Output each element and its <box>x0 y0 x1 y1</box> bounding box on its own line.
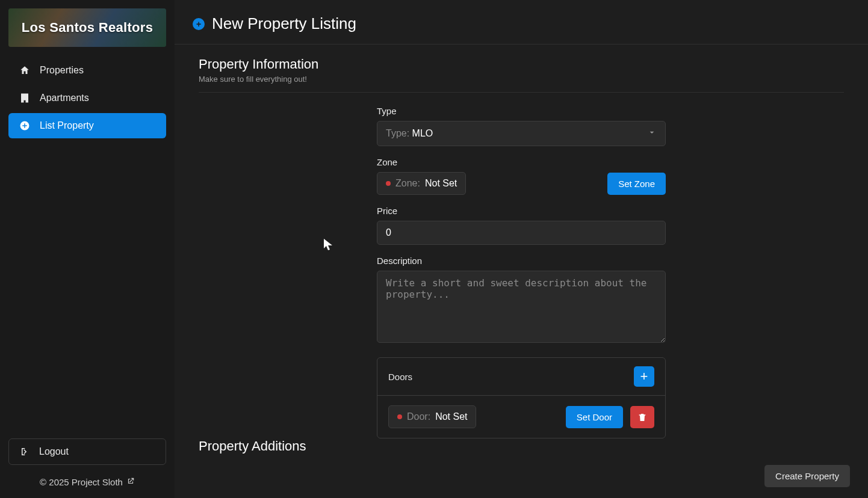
type-prefix: Type: <box>386 128 409 138</box>
brand-banner: Los Santos Realtors <box>8 8 166 47</box>
sidebar: Los Santos Realtors Properties Apartment… <box>0 0 175 498</box>
zone-value: Not Set <box>425 178 457 189</box>
delete-door-button[interactable] <box>630 406 654 428</box>
plus-circle-icon <box>19 120 30 131</box>
section-title: Property Additions <box>199 438 844 454</box>
logout-icon <box>20 446 31 457</box>
trash-icon <box>637 413 647 422</box>
zone-prefix: Zone: <box>395 178 420 189</box>
section-property-info: Property Information Make sure to fill e… <box>199 57 844 93</box>
door-row: Door: Not Set Set Door <box>377 396 665 438</box>
footer-text: © 2025 Project Sloth <box>40 477 123 487</box>
nav: Properties Apartments List Property <box>8 58 166 138</box>
chevron-down-icon <box>647 128 657 140</box>
type-select[interactable]: Type: MLO <box>377 121 666 146</box>
price-input[interactable] <box>377 221 666 245</box>
section-property-additions: Property Additions The fields below are … <box>199 438 844 456</box>
type-value: MLO <box>412 128 433 138</box>
footer: © 2025 Project Sloth <box>8 473 166 490</box>
zone-tag: Zone: Not Set <box>377 172 466 195</box>
price-label: Price <box>377 206 666 216</box>
door-tag: Door: Not Set <box>388 405 476 428</box>
create-property-button[interactable]: Create Property <box>764 465 850 487</box>
logout-label: Logout <box>39 446 69 457</box>
set-door-button[interactable]: Set Door <box>566 406 623 428</box>
type-label: Type <box>377 106 666 116</box>
svg-rect-2 <box>22 125 27 126</box>
nav-item-apartments[interactable]: Apartments <box>8 85 166 111</box>
home-icon <box>19 65 30 76</box>
page-title: New Property Listing <box>212 14 356 33</box>
field-price: Price <box>377 206 666 245</box>
field-description: Description <box>377 256 666 345</box>
nav-label: Properties <box>40 65 84 76</box>
nav-item-list-property[interactable]: List Property <box>8 113 166 138</box>
page-header: + New Property Listing <box>175 0 868 45</box>
door-prefix: Door: <box>407 411 430 422</box>
add-door-button[interactable]: + <box>634 366 654 387</box>
doors-box: Doors + Door: Not Set Set Door <box>377 357 666 438</box>
section-subtitle: Make sure to fill everything out! <box>199 75 844 84</box>
nav-label: List Property <box>40 120 94 131</box>
doors-label: Doors <box>388 372 412 382</box>
field-zone: Zone Zone: Not Set Set Zone <box>377 157 666 195</box>
doors-header: Doors + <box>377 358 665 396</box>
door-value: Not Set <box>435 411 467 422</box>
set-zone-button[interactable]: Set Zone <box>607 173 666 195</box>
logout-button[interactable]: Logout <box>8 438 166 465</box>
main: + New Property Listing Property Informat… <box>175 0 868 498</box>
scroll-area[interactable]: Property Information Make sure to fill e… <box>175 45 868 456</box>
external-link-icon[interactable] <box>126 477 135 487</box>
page-footer: Create Property <box>175 456 868 498</box>
description-label: Description <box>377 256 666 266</box>
brand-title: Los Santos Realtors <box>22 20 153 35</box>
building-icon <box>19 93 30 103</box>
status-dot-icon <box>386 181 391 186</box>
plus-circle-icon: + <box>193 18 205 30</box>
nav-item-properties[interactable]: Properties <box>8 58 166 83</box>
description-textarea[interactable] <box>377 271 666 343</box>
field-type: Type Type: MLO <box>377 106 666 146</box>
zone-label: Zone <box>377 157 666 167</box>
nav-label: Apartments <box>40 93 89 103</box>
status-dot-icon <box>397 414 402 419</box>
form: Type Type: MLO Zone Zone: <box>377 106 666 438</box>
section-title: Property Information <box>199 57 844 72</box>
